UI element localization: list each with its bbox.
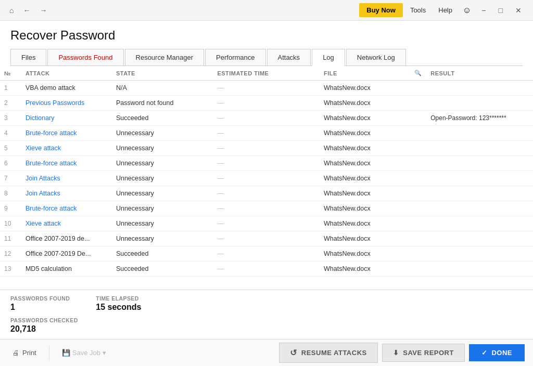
close-button[interactable]: ✕ — [510, 3, 527, 18]
table-scroll-area[interactable]: № ATTACK STATE ESTIMATED TIME FILE 🔍 RES… — [0, 66, 533, 290]
table-row: 4Brute-force attackUnnecessary—WhatsNew.… — [0, 126, 533, 141]
tabs-bar: FilesPasswords FoundResource ManagerPerf… — [10, 49, 523, 66]
done-button[interactable]: ✓ DONE — [469, 344, 525, 361]
cell-time: — — [213, 246, 320, 262]
cell-state: Unnecessary — [112, 156, 213, 171]
cell-result — [426, 186, 533, 201]
tab-resource-manager[interactable]: Resource Manager — [125, 49, 205, 66]
resume-icon: ↺ — [290, 348, 297, 358]
cell-search — [410, 216, 426, 231]
cell-attack[interactable]: Brute-force attack — [21, 156, 112, 171]
cell-file: WhatsNew.docx — [320, 81, 410, 96]
table-row: 8Join AttacksUnnecessary—WhatsNew.docx — [0, 186, 533, 201]
cell-search — [410, 262, 426, 277]
attacks-table: № ATTACK STATE ESTIMATED TIME FILE 🔍 RES… — [0, 66, 533, 277]
tab-attacks[interactable]: Attacks — [267, 49, 311, 66]
cell-state: Password not found — [112, 96, 213, 111]
minimize-button[interactable]: − — [476, 3, 491, 18]
emoji-button[interactable]: ☺ — [460, 4, 474, 17]
save-job-icon: 💾 — [62, 349, 70, 357]
save-report-label: SAVE REPORT — [403, 349, 454, 357]
footer: 🖨 Print 💾 Save Job ▾ ↺ RESUME ATTACKS ⬇ … — [0, 339, 533, 366]
cell-no: 2 — [0, 96, 21, 111]
cell-attack: VBA demo attack — [21, 81, 112, 96]
tab-files[interactable]: Files — [10, 49, 46, 66]
tools-menu-button[interactable]: Tools — [405, 3, 431, 17]
cell-no: 10 — [0, 216, 21, 231]
tab-network-log[interactable]: Network Log — [346, 49, 406, 66]
cell-attack[interactable]: Previous Passwords — [21, 96, 112, 111]
search-icon[interactable]: 🔍 — [414, 70, 422, 76]
col-attack: ATTACK — [21, 66, 112, 81]
cell-search — [410, 171, 426, 186]
save-job-button[interactable]: 💾 Save Job ▾ — [58, 346, 110, 360]
cell-result — [426, 216, 533, 231]
cell-result: Open-Password: 123******* — [426, 111, 533, 126]
cell-no: 4 — [0, 126, 21, 141]
print-icon: 🖨 — [12, 349, 19, 357]
stat-time-elapsed: TIME ELAPSED 15 seconds — [96, 295, 141, 312]
back-icon: ← — [23, 6, 30, 15]
cell-result — [426, 231, 533, 246]
chevron-down-icon: ▾ — [103, 349, 106, 357]
stats-bar: PASSWORDS FOUND 1 TIME ELAPSED 15 second… — [0, 290, 533, 317]
cell-search — [410, 156, 426, 171]
tab-log[interactable]: Log — [312, 49, 345, 66]
stat-passwords-checked: PASSWORDS CHECKED 20,718 — [10, 317, 523, 334]
col-time: ESTIMATED TIME — [213, 66, 320, 81]
cell-time: — — [213, 186, 320, 201]
cell-attack[interactable]: Join Attacks — [21, 171, 112, 186]
cell-attack[interactable]: Dictionary — [21, 111, 112, 126]
table-row: 1VBA demo attackN/A—WhatsNew.docx — [0, 81, 533, 96]
help-menu-button[interactable]: Help — [433, 3, 458, 17]
time-elapsed-value: 15 seconds — [96, 303, 141, 312]
tab-passwords-found[interactable]: Passwords Found — [47, 49, 123, 66]
resume-attacks-button[interactable]: ↺ RESUME ATTACKS — [279, 343, 377, 363]
cell-search — [410, 246, 426, 262]
cell-result — [426, 141, 533, 156]
save-job-label: Save Job — [72, 349, 100, 357]
home-icon: ⌂ — [9, 6, 14, 15]
cell-result — [426, 171, 533, 186]
table-row: 10Xieve attackUnnecessary—WhatsNew.docx — [0, 216, 533, 231]
cell-attack[interactable]: Brute-force attack — [21, 126, 112, 141]
back-button[interactable]: ← — [20, 4, 33, 17]
cell-result — [426, 126, 533, 141]
cell-attack[interactable]: Brute-force attack — [21, 201, 112, 216]
cell-time: — — [213, 111, 320, 126]
table-row: 12Office 2007-2019 De...Succeeded—WhatsN… — [0, 246, 533, 262]
forward-button[interactable]: → — [36, 4, 50, 17]
cell-attack[interactable]: Join Attacks — [21, 186, 112, 201]
cell-state: Unnecessary — [112, 216, 213, 231]
cell-attack: Office 2007-2019 De... — [21, 246, 112, 262]
emoji-icon: ☺ — [463, 6, 471, 15]
cell-time: — — [213, 81, 320, 96]
home-button[interactable]: ⌂ — [6, 4, 17, 17]
cell-time: — — [213, 171, 320, 186]
tab-performance[interactable]: Performance — [205, 49, 265, 66]
cell-file: WhatsNew.docx — [320, 96, 410, 111]
cell-state: Unnecessary — [112, 201, 213, 216]
table-row: 7Join AttacksUnnecessary—WhatsNew.docx — [0, 171, 533, 186]
cell-result — [426, 246, 533, 262]
cell-state: Succeeded — [112, 111, 213, 126]
cell-attack[interactable]: Xieve attack — [21, 141, 112, 156]
cell-file: WhatsNew.docx — [320, 171, 410, 186]
forward-icon: → — [40, 6, 47, 15]
cell-result — [426, 201, 533, 216]
titlebar-left: ⌂ ← → — [6, 4, 50, 17]
print-button[interactable]: 🖨 Print — [8, 346, 41, 360]
cell-search — [410, 201, 426, 216]
maximize-button[interactable]: □ — [493, 3, 508, 18]
buy-now-button[interactable]: Buy Now — [359, 3, 403, 17]
cell-time: — — [213, 231, 320, 246]
cell-state: Unnecessary — [112, 186, 213, 201]
cell-state: Unnecessary — [112, 171, 213, 186]
passwords-checked-section: PASSWORDS CHECKED 20,718 — [0, 317, 533, 339]
cell-time: — — [213, 156, 320, 171]
cell-time: — — [213, 141, 320, 156]
footer-left: 🖨 Print 💾 Save Job ▾ — [8, 346, 110, 360]
close-icon: ✕ — [515, 6, 522, 15]
cell-attack[interactable]: Xieve attack — [21, 216, 112, 231]
save-report-button[interactable]: ⬇ SAVE REPORT — [382, 344, 465, 362]
